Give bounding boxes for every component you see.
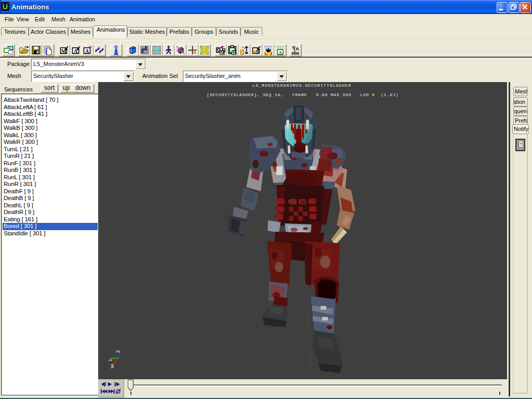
svg-text:Z: Z [115, 350, 121, 353]
svg-text:M: M [233, 50, 237, 55]
svg-text:A: A [278, 49, 283, 56]
svg-text:M: M [221, 50, 225, 55]
svg-text:A: A [296, 46, 299, 51]
svg-text:A: A [85, 48, 89, 54]
svg-text:X: X [111, 364, 114, 369]
svg-text:o: o [194, 50, 196, 55]
